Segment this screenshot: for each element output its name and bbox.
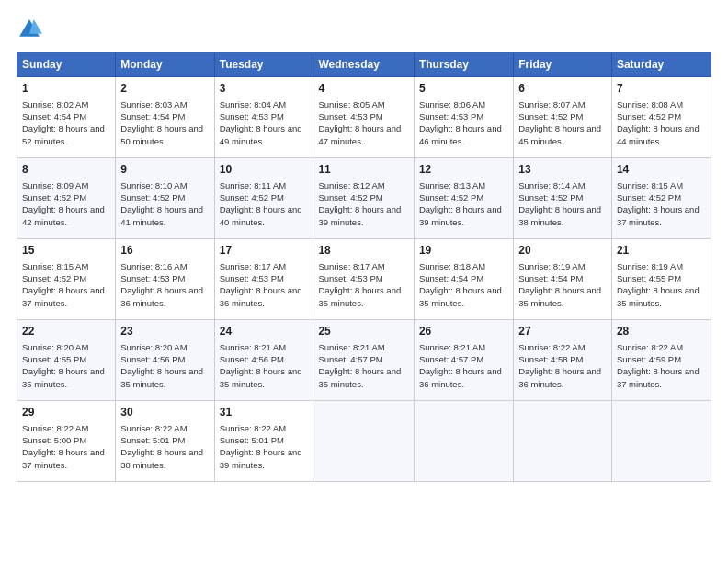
daylight-label: Daylight: 8 hours and 36 minutes.: [120, 285, 203, 307]
sunset: Sunset: 4:52 PM: [220, 192, 284, 202]
weekday-header: Saturday: [611, 52, 711, 77]
daylight-label: Daylight: 8 hours and 36 minutes.: [419, 366, 502, 388]
weekday-header: Wednesday: [313, 52, 415, 77]
logo-icon: [17, 17, 42, 42]
day-number: 15: [22, 243, 110, 259]
weekday-header: Friday: [514, 52, 612, 77]
calendar-cell: [514, 401, 612, 482]
daylight-label: Daylight: 8 hours and 46 minutes.: [419, 123, 502, 145]
calendar-table: SundayMondayTuesdayWednesdayThursdayFrid…: [17, 52, 711, 482]
day-number: 2: [120, 81, 209, 97]
sunrise: Sunrise: 8:22 AM: [120, 423, 187, 433]
sunset: Sunset: 4:52 PM: [22, 273, 86, 283]
daylight-label: Daylight: 8 hours and 39 minutes.: [318, 204, 401, 226]
sunrise: Sunrise: 8:19 AM: [617, 261, 683, 271]
calendar-page: SundayMondayTuesdayWednesdayThursdayFrid…: [0, 0, 728, 563]
daylight-label: Daylight: 8 hours and 52 minutes.: [22, 123, 105, 145]
daylight-label: Daylight: 8 hours and 35 minutes.: [518, 285, 601, 307]
sunset: Sunset: 4:53 PM: [220, 111, 284, 121]
sunset: Sunset: 4:54 PM: [419, 273, 483, 283]
sunrise: Sunrise: 8:13 AM: [419, 180, 485, 190]
daylight-label: Daylight: 8 hours and 44 minutes.: [617, 123, 700, 145]
day-number: 26: [419, 324, 508, 339]
day-number: 29: [22, 405, 110, 420]
sunset: Sunset: 4:56 PM: [120, 354, 185, 364]
day-number: 13: [518, 162, 607, 178]
calendar-cell: 26Sunrise: 8:21 AMSunset: 4:57 PMDayligh…: [414, 320, 513, 401]
sunset: Sunset: 4:54 PM: [22, 111, 86, 121]
calendar-cell: 14Sunrise: 8:15 AMSunset: 4:52 PMDayligh…: [611, 158, 711, 239]
weekday-header: Tuesday: [214, 52, 313, 77]
sunset: Sunset: 4:53 PM: [419, 111, 483, 121]
calendar-cell: 25Sunrise: 8:21 AMSunset: 4:57 PMDayligh…: [313, 320, 415, 401]
daylight-label: Daylight: 8 hours and 40 minutes.: [220, 204, 302, 226]
calendar-cell: 28Sunrise: 8:22 AMSunset: 4:59 PMDayligh…: [611, 320, 711, 401]
sunrise: Sunrise: 8:17 AM: [220, 261, 286, 271]
sunset: Sunset: 4:55 PM: [617, 273, 681, 283]
week-row: 22Sunrise: 8:20 AMSunset: 4:55 PMDayligh…: [17, 320, 711, 401]
logo: [17, 17, 46, 42]
day-number: 10: [220, 162, 309, 178]
sunset: Sunset: 4:52 PM: [419, 192, 483, 202]
daylight-label: Daylight: 8 hours and 35 minutes.: [318, 285, 401, 307]
day-number: 17: [220, 243, 309, 259]
sunrise: Sunrise: 8:20 AM: [22, 342, 88, 352]
daylight-label: Daylight: 8 hours and 37 minutes.: [617, 366, 700, 388]
week-row: 15Sunrise: 8:15 AMSunset: 4:52 PMDayligh…: [17, 239, 711, 320]
daylight-label: Daylight: 8 hours and 41 minutes.: [120, 204, 203, 226]
daylight-label: Daylight: 8 hours and 35 minutes.: [419, 285, 502, 307]
day-number: 16: [120, 243, 209, 259]
week-row: 8Sunrise: 8:09 AMSunset: 4:52 PMDaylight…: [17, 158, 711, 239]
calendar-cell: [313, 401, 415, 482]
sunrise: Sunrise: 8:15 AM: [22, 261, 88, 271]
calendar-cell: [611, 401, 711, 482]
daylight-label: Daylight: 8 hours and 47 minutes.: [318, 123, 401, 145]
day-number: 4: [318, 81, 409, 97]
calendar-cell: 21Sunrise: 8:19 AMSunset: 4:55 PMDayligh…: [611, 239, 711, 320]
calendar-cell: 11Sunrise: 8:12 AMSunset: 4:52 PMDayligh…: [313, 158, 415, 239]
sunrise: Sunrise: 8:03 AM: [120, 99, 187, 109]
sunrise: Sunrise: 8:21 AM: [419, 342, 485, 352]
sunrise: Sunrise: 8:19 AM: [518, 261, 585, 271]
sunset: Sunset: 4:56 PM: [220, 354, 284, 364]
sunrise: Sunrise: 8:10 AM: [120, 180, 187, 190]
sunset: Sunset: 5:00 PM: [22, 435, 86, 445]
sunrise: Sunrise: 8:22 AM: [518, 342, 585, 352]
daylight-label: Daylight: 8 hours and 45 minutes.: [518, 123, 601, 145]
daylight-label: Daylight: 8 hours and 39 minutes.: [220, 447, 302, 469]
sunrise: Sunrise: 8:07 AM: [518, 99, 585, 109]
calendar-cell: 8Sunrise: 8:09 AMSunset: 4:52 PMDaylight…: [17, 158, 116, 239]
calendar-cell: 13Sunrise: 8:14 AMSunset: 4:52 PMDayligh…: [514, 158, 612, 239]
sunset: Sunset: 4:52 PM: [518, 192, 583, 202]
sunrise: Sunrise: 8:09 AM: [22, 180, 88, 190]
weekday-header: Thursday: [414, 52, 513, 77]
calendar-cell: 31Sunrise: 8:22 AMSunset: 5:01 PMDayligh…: [214, 401, 313, 482]
sunrise: Sunrise: 8:16 AM: [120, 261, 187, 271]
sunset: Sunset: 4:55 PM: [22, 354, 86, 364]
top-section: [17, 17, 711, 42]
calendar-cell: 20Sunrise: 8:19 AMSunset: 4:54 PMDayligh…: [514, 239, 612, 320]
day-number: 12: [419, 162, 508, 178]
sunset: Sunset: 4:58 PM: [518, 354, 583, 364]
week-row: 29Sunrise: 8:22 AMSunset: 5:00 PMDayligh…: [17, 401, 711, 482]
daylight-label: Daylight: 8 hours and 42 minutes.: [22, 204, 105, 226]
daylight-label: Daylight: 8 hours and 49 minutes.: [220, 123, 302, 145]
calendar-cell: 6Sunrise: 8:07 AMSunset: 4:52 PMDaylight…: [514, 77, 612, 158]
calendar-cell: 30Sunrise: 8:22 AMSunset: 5:01 PMDayligh…: [116, 401, 214, 482]
weekday-header: Sunday: [17, 52, 116, 77]
sunset: Sunset: 4:52 PM: [518, 111, 583, 121]
calendar-cell: [414, 401, 513, 482]
calendar-cell: 10Sunrise: 8:11 AMSunset: 4:52 PMDayligh…: [214, 158, 313, 239]
day-number: 14: [617, 162, 706, 178]
calendar-cell: 19Sunrise: 8:18 AMSunset: 4:54 PMDayligh…: [414, 239, 513, 320]
day-number: 23: [120, 324, 209, 339]
daylight-label: Daylight: 8 hours and 35 minutes.: [220, 366, 302, 388]
calendar-cell: 15Sunrise: 8:15 AMSunset: 4:52 PMDayligh…: [17, 239, 116, 320]
day-number: 20: [518, 243, 607, 259]
day-number: 6: [518, 81, 607, 97]
sunset: Sunset: 4:57 PM: [419, 354, 483, 364]
sunrise: Sunrise: 8:22 AM: [22, 423, 88, 433]
day-number: 9: [120, 162, 209, 178]
calendar-cell: 29Sunrise: 8:22 AMSunset: 5:00 PMDayligh…: [17, 401, 116, 482]
header-row: SundayMondayTuesdayWednesdayThursdayFrid…: [17, 52, 711, 77]
